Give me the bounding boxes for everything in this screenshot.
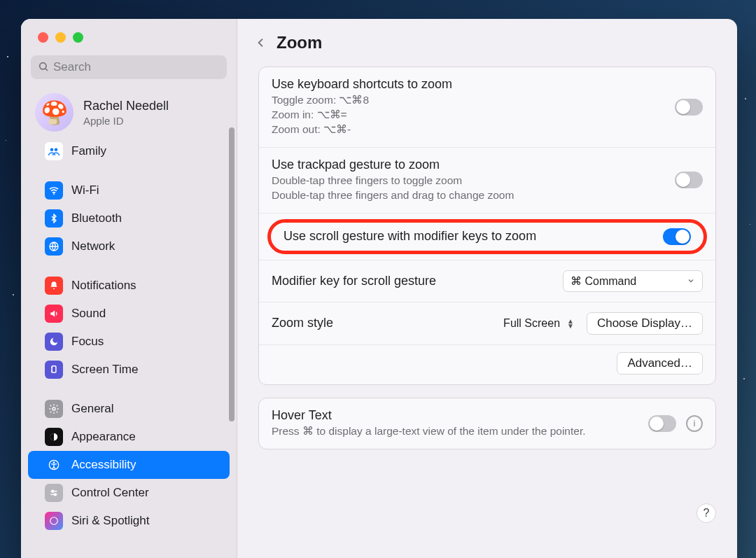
apple-id-profile[interactable]: 🍄 Rachel Needell Apple ID: [21, 86, 237, 137]
svg-point-10: [53, 461, 55, 463]
modifier-label: Modifier key for scroll gesture: [272, 274, 436, 288]
sidebar-item-label: Notifications: [71, 279, 136, 293]
sidebar-item-label: Sound: [71, 307, 106, 321]
sidebar-item-label: Control Center: [71, 486, 149, 500]
sidebar-item-notifications[interactable]: Notifications: [28, 272, 230, 300]
search-input[interactable]: [31, 55, 227, 79]
appearance-icon: [45, 428, 63, 446]
back-button[interactable]: [255, 34, 267, 51]
bluetooth-icon: [45, 209, 63, 228]
modifier-value: ⌘ Command: [570, 274, 636, 288]
zoom-style-select[interactable]: Full Screen ▲▼: [500, 317, 577, 330]
sidebar-item-label: Siri & Spotlight: [71, 514, 150, 528]
sidebar-item-focus[interactable]: Focus: [28, 328, 230, 356]
row-keyboard-zoom: Use keyboard shortcuts to zoom Toggle zo…: [259, 67, 715, 147]
advanced-button[interactable]: Advanced…: [617, 352, 703, 375]
window-controls: [21, 19, 237, 43]
zoom-options-card: Use keyboard shortcuts to zoom Toggle zo…: [258, 67, 716, 385]
sidebar-item-general[interactable]: General: [28, 395, 230, 423]
avatar: 🍄: [35, 93, 74, 132]
sidebar-item-siri[interactable]: Siri & Spotlight: [28, 507, 230, 535]
svg-point-7: [52, 407, 55, 410]
kb-line1: Toggle zoom: ⌥⌘8: [272, 93, 452, 108]
modifier-key-select[interactable]: ⌘ Command: [563, 270, 703, 292]
svg-point-2: [50, 148, 54, 152]
minimize-icon[interactable]: [55, 32, 66, 43]
sidebar-item-label: Focus: [71, 335, 104, 349]
hover-title: Hover Text: [272, 408, 586, 423]
hover-text-card: Hover Text Press ⌘ to display a large-te…: [258, 398, 716, 449]
sidebar-item-wifi[interactable]: Wi-Fi: [28, 176, 230, 204]
close-icon[interactable]: [38, 32, 48, 43]
focus-icon: [45, 333, 63, 351]
fullscreen-icon[interactable]: [73, 32, 83, 43]
family-icon: [45, 142, 63, 160]
scroll-title: Use scroll gesture with modifier keys to…: [284, 229, 536, 244]
profile-sub: Apple ID: [83, 115, 169, 127]
content-pane: Zoom Use keyboard shortcuts to zoom Togg…: [237, 19, 737, 558]
scroll-zoom-toggle[interactable]: [663, 228, 691, 245]
choose-display-button[interactable]: Choose Display…: [587, 312, 703, 335]
kb-line2: Zoom in: ⌥⌘=: [272, 108, 452, 123]
trackpad-title: Use trackpad gesture to zoom: [272, 158, 514, 172]
sidebar-item-label: Accessibility: [71, 458, 136, 472]
hover-text-toggle[interactable]: [648, 415, 676, 432]
sidebar-item-label: Network: [71, 239, 115, 253]
sidebar-item-sound[interactable]: Sound: [28, 300, 230, 328]
sidebar-item-label: Bluetooth: [71, 211, 122, 225]
style-label: Zoom style: [272, 316, 333, 330]
profile-name: Rachel Needell: [83, 99, 169, 113]
settings-window: 🍄 Rachel Needell Apple ID Family Wi-Fi: [21, 19, 737, 558]
siri-icon: [45, 512, 63, 530]
svg-point-14: [54, 494, 56, 496]
row-zoom-style: Zoom style Full Screen ▲▼ Choose Display…: [259, 302, 715, 344]
sidebar-item-control-center[interactable]: Control Center: [28, 479, 230, 507]
network-icon: [45, 237, 63, 256]
trackpad-line2: Double-tap three fingers and drag to cha…: [272, 188, 514, 203]
sidebar: 🍄 Rachel Needell Apple ID Family Wi-Fi: [21, 19, 237, 558]
trackpad-line1: Double-tap three fingers to toggle zoom: [272, 174, 514, 188]
row-trackpad-zoom: Use trackpad gesture to zoom Double-tap …: [259, 147, 715, 213]
wifi-icon: [45, 181, 63, 200]
sidebar-item-family[interactable]: Family: [28, 137, 230, 165]
chevron-down-icon: [687, 277, 695, 285]
sidebar-item-label: Family: [71, 144, 106, 158]
svg-point-12: [52, 490, 54, 492]
sidebar-item-label: Screen Time: [71, 363, 138, 377]
accessibility-icon: [45, 456, 63, 474]
kb-line3: Zoom out: ⌥⌘-: [272, 123, 452, 137]
sidebar-item-network[interactable]: Network: [28, 232, 230, 260]
sidebar-scrollbar[interactable]: [229, 127, 234, 421]
style-value: Full Screen: [503, 317, 560, 330]
trackpad-zoom-toggle[interactable]: [675, 172, 703, 188]
svg-point-15: [50, 517, 58, 525]
sidebar-item-label: Appearance: [71, 430, 136, 444]
sidebar-item-label: General: [71, 402, 113, 416]
page-title: Zoom: [276, 33, 322, 53]
svg-point-3: [55, 148, 58, 152]
sidebar-item-label: Wi-Fi: [71, 183, 99, 197]
kb-title: Use keyboard shortcuts to zoom: [272, 77, 452, 92]
general-icon: [45, 400, 63, 418]
control-center-icon: [45, 484, 63, 502]
svg-point-4: [53, 193, 55, 195]
sound-icon: [45, 305, 63, 323]
screen-time-icon: [45, 361, 63, 379]
help-button[interactable]: ?: [696, 503, 716, 523]
sidebar-item-accessibility[interactable]: Accessibility: [28, 451, 230, 479]
kb-zoom-toggle[interactable]: [675, 99, 703, 116]
row-scroll-zoom: Use scroll gesture with modifier keys to…: [259, 213, 715, 260]
svg-rect-6: [52, 366, 56, 372]
sidebar-item-screen-time[interactable]: Screen Time: [28, 356, 230, 384]
chevron-updown-icon: ▲▼: [567, 319, 574, 328]
notifications-icon: [45, 277, 63, 295]
hover-sub: Press ⌘ to display a large-text view of …: [272, 424, 586, 439]
sidebar-item-appearance[interactable]: Appearance: [28, 423, 230, 451]
row-modifier-key: Modifier key for scroll gesture ⌘ Comman…: [259, 260, 715, 302]
info-icon[interactable]: i: [686, 415, 703, 432]
sidebar-item-bluetooth[interactable]: Bluetooth: [28, 204, 230, 232]
